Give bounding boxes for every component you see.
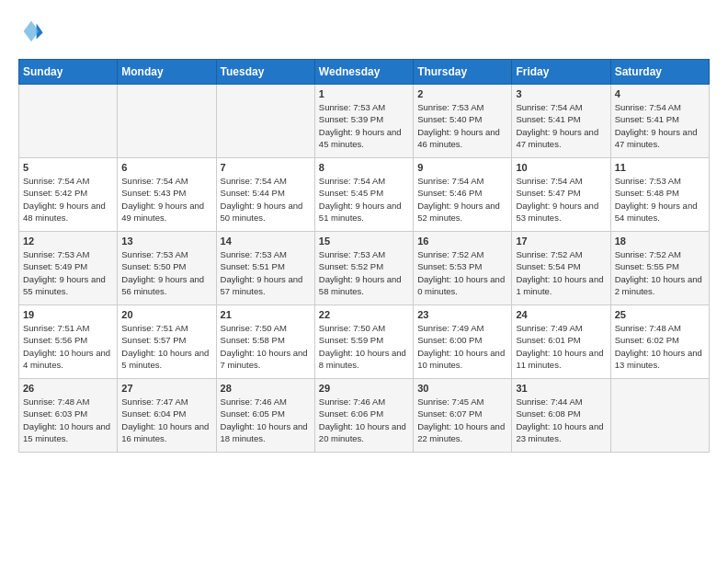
calendar-cell: 4Sunrise: 7:54 AM Sunset: 5:41 PM Daylig… [610,85,709,158]
weekday-header-monday: Monday [118,60,216,85]
calendar-cell: 18Sunrise: 7:52 AM Sunset: 5:55 PM Dayli… [610,232,709,305]
day-detail: Sunrise: 7:54 AM Sunset: 5:44 PM Dayligh… [221,175,311,224]
calendar-cell [610,379,709,453]
day-detail: Sunrise: 7:44 AM Sunset: 6:08 PM Dayligh… [516,396,606,444]
day-detail: Sunrise: 7:52 AM Sunset: 5:55 PM Dayligh… [615,248,705,297]
calendar-cell: 5Sunrise: 7:54 AM Sunset: 5:42 PM Daylig… [19,158,118,232]
day-number: 13 [121,236,211,247]
calendar-week-row: 12Sunrise: 7:53 AM Sunset: 5:49 PM Dayli… [19,232,710,305]
calendar-cell [216,85,314,158]
day-number: 22 [319,309,409,320]
day-number: 6 [121,162,211,173]
day-number: 26 [23,383,113,394]
calendar-cell [118,85,216,158]
day-number: 3 [516,88,606,99]
day-detail: Sunrise: 7:51 AM Sunset: 5:56 PM Dayligh… [23,322,113,371]
day-detail: Sunrise: 7:52 AM Sunset: 5:53 PM Dayligh… [417,248,507,297]
day-detail: Sunrise: 7:46 AM Sunset: 6:05 PM Dayligh… [221,396,311,444]
day-detail: Sunrise: 7:54 AM Sunset: 5:41 PM Dayligh… [615,101,705,150]
calendar-cell: 3Sunrise: 7:54 AM Sunset: 5:41 PM Daylig… [512,85,610,158]
day-detail: Sunrise: 7:53 AM Sunset: 5:40 PM Dayligh… [417,101,507,150]
day-detail: Sunrise: 7:53 AM Sunset: 5:52 PM Dayligh… [319,248,409,297]
calendar-cell: 21Sunrise: 7:50 AM Sunset: 5:58 PM Dayli… [216,305,314,379]
calendar-cell: 17Sunrise: 7:52 AM Sunset: 5:54 PM Dayli… [512,232,610,305]
day-number: 4 [615,88,705,99]
calendar-cell: 13Sunrise: 7:53 AM Sunset: 5:50 PM Dayli… [118,232,216,305]
day-detail: Sunrise: 7:54 AM Sunset: 5:41 PM Dayligh… [516,101,606,150]
logo-icon [18,18,44,44]
day-number: 20 [121,309,211,320]
weekday-header-friday: Friday [512,60,610,85]
day-detail: Sunrise: 7:53 AM Sunset: 5:49 PM Dayligh… [23,248,113,297]
day-detail: Sunrise: 7:48 AM Sunset: 6:03 PM Dayligh… [23,396,113,444]
calendar-cell: 25Sunrise: 7:48 AM Sunset: 6:02 PM Dayli… [610,305,709,379]
calendar-cell: 23Sunrise: 7:49 AM Sunset: 6:00 PM Dayli… [414,305,512,379]
day-detail: Sunrise: 7:53 AM Sunset: 5:48 PM Dayligh… [615,175,705,224]
day-number: 19 [23,309,113,320]
day-detail: Sunrise: 7:48 AM Sunset: 6:02 PM Dayligh… [615,322,705,371]
calendar-cell: 10Sunrise: 7:54 AM Sunset: 5:47 PM Dayli… [512,158,610,232]
day-number: 11 [615,162,705,173]
calendar-cell: 1Sunrise: 7:53 AM Sunset: 5:39 PM Daylig… [314,85,413,158]
day-detail: Sunrise: 7:47 AM Sunset: 6:04 PM Dayligh… [121,396,211,444]
day-number: 7 [221,162,311,173]
day-number: 17 [516,236,606,247]
day-detail: Sunrise: 7:50 AM Sunset: 5:59 PM Dayligh… [319,322,409,371]
day-detail: Sunrise: 7:49 AM Sunset: 6:00 PM Dayligh… [417,322,507,371]
calendar-cell: 15Sunrise: 7:53 AM Sunset: 5:52 PM Dayli… [314,232,413,305]
day-number: 30 [417,383,507,394]
calendar-cell: 8Sunrise: 7:54 AM Sunset: 5:45 PM Daylig… [314,158,413,232]
day-number: 31 [516,383,606,394]
calendar-cell: 24Sunrise: 7:49 AM Sunset: 6:01 PM Dayli… [512,305,610,379]
calendar-cell: 30Sunrise: 7:45 AM Sunset: 6:07 PM Dayli… [414,379,512,453]
calendar-cell: 7Sunrise: 7:54 AM Sunset: 5:44 PM Daylig… [216,158,314,232]
day-number: 2 [417,88,507,99]
weekday-header-tuesday: Tuesday [216,60,314,85]
day-number: 21 [221,309,311,320]
day-detail: Sunrise: 7:54 AM Sunset: 5:43 PM Dayligh… [121,175,211,224]
day-detail: Sunrise: 7:54 AM Sunset: 5:45 PM Dayligh… [319,175,409,224]
day-detail: Sunrise: 7:54 AM Sunset: 5:46 PM Dayligh… [417,175,507,224]
calendar-cell: 14Sunrise: 7:53 AM Sunset: 5:51 PM Dayli… [216,232,314,305]
day-number: 1 [319,88,409,99]
day-number: 12 [23,236,113,247]
calendar-cell: 27Sunrise: 7:47 AM Sunset: 6:04 PM Dayli… [118,379,216,453]
day-number: 24 [516,309,606,320]
page-header [18,18,710,44]
calendar-cell: 31Sunrise: 7:44 AM Sunset: 6:08 PM Dayli… [512,379,610,453]
day-number: 10 [516,162,606,173]
calendar-week-row: 26Sunrise: 7:48 AM Sunset: 6:03 PM Dayli… [19,379,710,453]
day-detail: Sunrise: 7:50 AM Sunset: 5:58 PM Dayligh… [221,322,311,371]
logo [18,18,48,44]
calendar-cell: 19Sunrise: 7:51 AM Sunset: 5:56 PM Dayli… [19,305,118,379]
day-detail: Sunrise: 7:53 AM Sunset: 5:39 PM Dayligh… [319,101,409,150]
day-number: 23 [417,309,507,320]
day-detail: Sunrise: 7:54 AM Sunset: 5:42 PM Dayligh… [23,175,113,224]
calendar-cell: 20Sunrise: 7:51 AM Sunset: 5:57 PM Dayli… [118,305,216,379]
day-detail: Sunrise: 7:52 AM Sunset: 5:54 PM Dayligh… [516,248,606,297]
day-detail: Sunrise: 7:51 AM Sunset: 5:57 PM Dayligh… [121,322,211,371]
calendar-cell: 2Sunrise: 7:53 AM Sunset: 5:40 PM Daylig… [414,85,512,158]
day-number: 14 [221,236,311,247]
calendar-cell [19,85,118,158]
weekday-header-wednesday: Wednesday [314,60,413,85]
calendar-cell: 28Sunrise: 7:46 AM Sunset: 6:05 PM Dayli… [216,379,314,453]
weekday-header-row: SundayMondayTuesdayWednesdayThursdayFrid… [19,60,710,85]
day-number: 5 [23,162,113,173]
weekday-header-thursday: Thursday [414,60,512,85]
day-detail: Sunrise: 7:54 AM Sunset: 5:47 PM Dayligh… [516,175,606,224]
calendar-cell: 6Sunrise: 7:54 AM Sunset: 5:43 PM Daylig… [118,158,216,232]
weekday-header-sunday: Sunday [19,60,118,85]
calendar-cell: 12Sunrise: 7:53 AM Sunset: 5:49 PM Dayli… [19,232,118,305]
calendar-cell: 9Sunrise: 7:54 AM Sunset: 5:46 PM Daylig… [414,158,512,232]
weekday-header-saturday: Saturday [610,60,709,85]
calendar-week-row: 5Sunrise: 7:54 AM Sunset: 5:42 PM Daylig… [19,158,710,232]
day-number: 16 [417,236,507,247]
day-detail: Sunrise: 7:49 AM Sunset: 6:01 PM Dayligh… [516,322,606,371]
day-number: 9 [417,162,507,173]
calendar-cell: 11Sunrise: 7:53 AM Sunset: 5:48 PM Dayli… [610,158,709,232]
calendar-cell: 22Sunrise: 7:50 AM Sunset: 5:59 PM Dayli… [314,305,413,379]
day-detail: Sunrise: 7:53 AM Sunset: 5:50 PM Dayligh… [121,248,211,297]
calendar-cell: 29Sunrise: 7:46 AM Sunset: 6:06 PM Dayli… [314,379,413,453]
day-detail: Sunrise: 7:45 AM Sunset: 6:07 PM Dayligh… [417,396,507,444]
